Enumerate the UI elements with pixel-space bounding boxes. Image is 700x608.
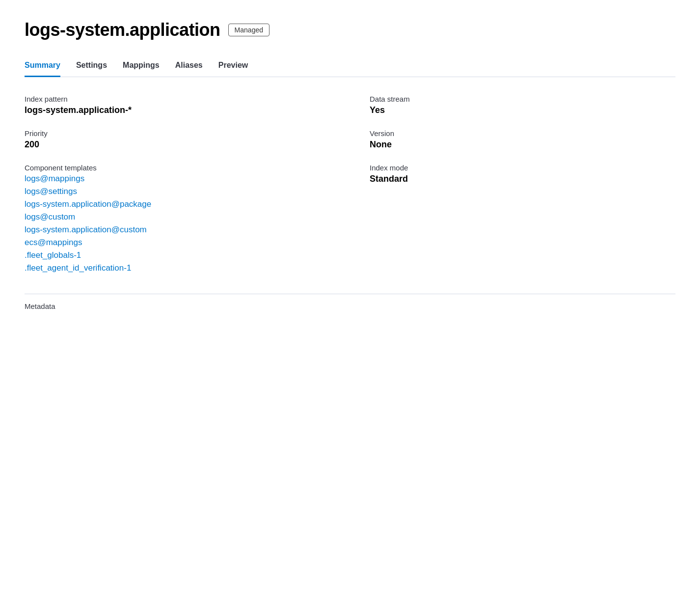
data-stream-label: Data stream xyxy=(370,95,675,103)
priority-value: 200 xyxy=(25,139,330,150)
tabs-nav: Summary Settings Mappings Aliases Previe… xyxy=(25,56,675,77)
component-template-link[interactable]: ecs@mappings xyxy=(25,238,330,248)
tab-summary[interactable]: Summary xyxy=(25,56,60,77)
managed-badge: Managed xyxy=(228,24,269,36)
tab-mappings[interactable]: Mappings xyxy=(123,56,160,77)
priority-label: Priority xyxy=(25,129,330,138)
metadata-section: Metadata xyxy=(25,294,675,310)
data-stream-group: Data stream Yes xyxy=(370,95,675,115)
version-group: Version None xyxy=(370,129,675,150)
data-stream-value: Yes xyxy=(370,105,675,115)
left-column: Index pattern logs-system.application-* … xyxy=(25,95,350,289)
index-pattern-value: logs-system.application-* xyxy=(25,105,330,115)
component-template-link[interactable]: logs-system.application@custom xyxy=(25,225,330,235)
component-template-link[interactable]: logs@mappings xyxy=(25,174,330,184)
index-pattern-group: Index pattern logs-system.application-* xyxy=(25,95,330,115)
component-templates-list: logs@mappingslogs@settingslogs-system.ap… xyxy=(25,174,330,275)
summary-content: Index pattern logs-system.application-* … xyxy=(25,95,675,289)
right-column: Data stream Yes Version None Index mode … xyxy=(350,95,675,289)
tab-aliases[interactable]: Aliases xyxy=(175,56,203,77)
index-mode-value: Standard xyxy=(370,174,675,184)
component-templates-group: Component templates logs@mappingslogs@se… xyxy=(25,164,330,275)
metadata-label: Metadata xyxy=(25,302,675,310)
tab-settings[interactable]: Settings xyxy=(76,56,107,77)
version-label: Version xyxy=(370,129,675,138)
component-template-link[interactable]: .fleet_agent_id_verification-1 xyxy=(25,263,330,273)
component-template-link[interactable]: .fleet_globals-1 xyxy=(25,250,330,260)
component-templates-label: Component templates xyxy=(25,164,330,172)
component-template-link[interactable]: logs@settings xyxy=(25,187,330,196)
index-mode-label: Index mode xyxy=(370,164,675,172)
index-pattern-label: Index pattern xyxy=(25,95,330,103)
page-title: logs-system.application xyxy=(25,20,220,40)
version-value: None xyxy=(370,139,675,150)
page-header: logs-system.application Managed xyxy=(25,20,675,40)
component-template-link[interactable]: logs-system.application@package xyxy=(25,199,330,209)
tab-preview[interactable]: Preview xyxy=(218,56,248,77)
index-mode-group: Index mode Standard xyxy=(370,164,675,184)
priority-group: Priority 200 xyxy=(25,129,330,150)
component-template-link[interactable]: logs@custom xyxy=(25,212,330,222)
